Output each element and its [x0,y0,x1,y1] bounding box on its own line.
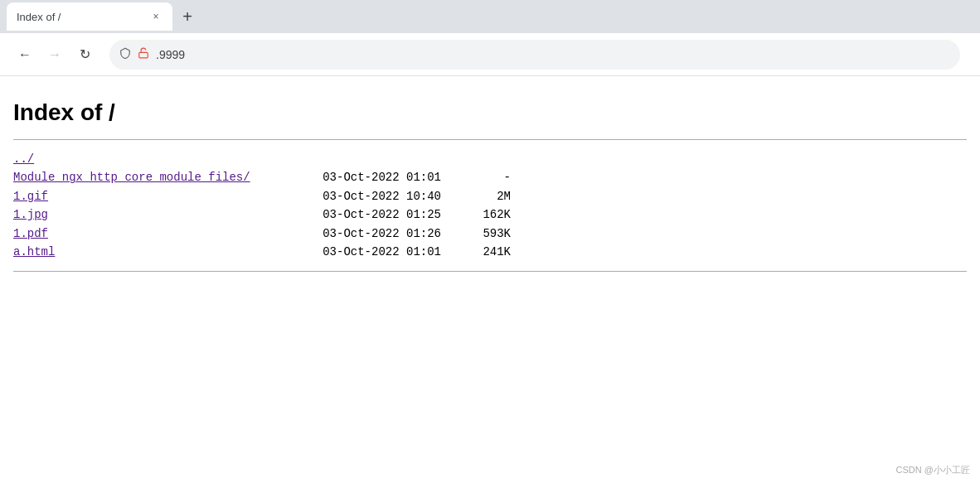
nav-bar: ← → ↻ .9999 [0,33,980,76]
file-size: 2M [461,187,511,205]
reload-button[interactable]: ↻ [73,43,96,66]
top-divider [13,139,967,140]
list-item: a.html03-Oct-2022 01:01241K [13,243,967,261]
back-button[interactable]: ← [13,43,36,66]
active-tab[interactable]: Index of / × [7,2,172,31]
list-item: 1.jpg03-Oct-2022 01:25162K [13,205,967,224]
tab-bar: Index of / × + [0,0,980,33]
file-size: - [461,168,511,186]
file-link[interactable]: 1.jpg [13,205,312,224]
forward-button[interactable]: → [43,43,66,66]
new-tab-button[interactable]: + [176,5,199,28]
file-link[interactable]: 1.gif [13,187,312,205]
list-item: 1.pdf03-Oct-2022 01:26593K [13,225,967,243]
file-date: 03-Oct-2022 01:26 [312,225,461,243]
file-size: 593K [461,225,511,243]
address-text: .9999 [156,48,950,61]
file-date: 03-Oct-2022 01:25 [312,205,461,224]
list-item: Module_ngx_http_core_module_files/03-Oct… [13,168,967,186]
file-listing: ../Module_ngx_http_core_module_files/03-… [13,150,967,261]
shield-icon [119,47,131,61]
list-item: ../ [13,150,967,168]
file-link[interactable]: ../ [13,150,312,168]
file-date: 03-Oct-2022 01:01 [312,168,461,186]
browser-chrome: Index of / × + ← → ↻ .9999 [0,0,980,76]
bottom-divider [13,271,967,272]
page-heading: Index of / [13,93,967,126]
file-link[interactable]: 1.pdf [13,225,312,243]
file-date: 03-Oct-2022 10:40 [312,187,461,205]
file-link[interactable]: a.html [13,243,312,261]
watermark: CSDN @小小工匠 [896,464,970,476]
address-bar[interactable]: .9999 [109,40,960,70]
tab-title: Index of / [17,11,61,23]
list-item: 1.gif03-Oct-2022 10:402M [13,187,967,205]
file-size: 162K [461,205,511,224]
lock-icon [138,47,149,61]
file-date: 03-Oct-2022 01:01 [312,243,461,261]
svg-rect-0 [139,52,148,57]
tab-close-button[interactable]: × [149,10,163,23]
file-link[interactable]: Module_ngx_http_core_module_files/ [13,168,312,186]
page-content: Index of / ../Module_ngx_http_core_modul… [0,76,980,483]
file-size: 241K [461,243,511,261]
